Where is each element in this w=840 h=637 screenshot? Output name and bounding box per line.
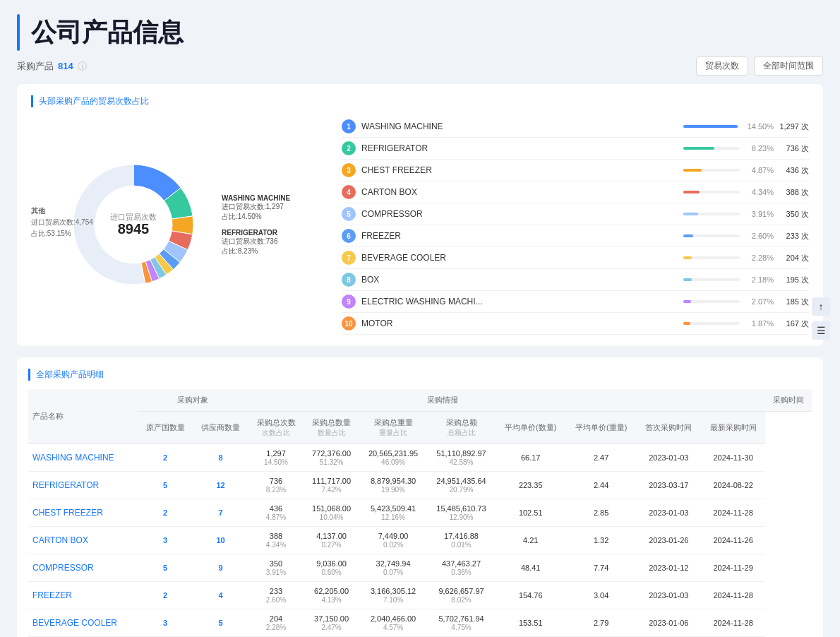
legend-pct: 4.34% [745,188,774,196]
cell-amount: 24,951,435.64 20.79% [427,472,495,499]
cell-amount: 17,416.88 0.01% [427,527,495,554]
cell-name[interactable]: BEVERAGE COOLER [28,609,138,637]
cell-weight: 32,749.94 0.07% [359,554,427,582]
legend-pct: 1.87% [745,319,774,328]
table-row: COMPRESSOR 5 9 350 3.91% 9,036.00 0.60% … [28,554,812,582]
cell-avg-qty: 66.17 [496,444,566,472]
table-body: WASHING MACHINE 2 8 1,297 14.50% 772,376… [28,444,812,638]
cell-qty: 4,137.00 0.27% [304,527,359,554]
side-scroll-area: ↑ ☰ [812,297,830,340]
cell-orders: 1,297 14.50% [248,444,304,472]
info-icon[interactable]: ⓘ [78,60,87,73]
main-page: 公司产品信息 采购产品 814 ⓘ 贸易次数 全部时间范围 头部采购产品的贸易次… [0,0,840,637]
legend-bar [683,213,740,215]
cell-first: 2023-01-12 [637,554,701,582]
cell-weight: 5,423,509.41 12.16% [359,499,427,527]
time-range-button[interactable]: 全部时间范围 [754,56,823,76]
th-avg-qty: 平均单价(数量) [496,412,566,444]
cell-last: 2024-11-28 [701,499,765,527]
cell-avg-weight: 2.85 [566,499,637,527]
th-supplier: 供应商数量 [193,412,248,444]
cell-weight: 20,565,231.95 46.09% [359,444,427,472]
cell-avg-weight: 7.74 [566,554,637,582]
legend-row: 2 REFRIGERATOR 8.23% 736 次 [342,138,809,160]
th-orders: 采购总次数 次数占比 [248,412,304,444]
legend-row: 4 CARTON BOX 4.34% 388 次 [342,181,809,203]
cell-name[interactable]: CHEST FREEZER [28,499,138,527]
cell-amount: 5,702,761.94 4.75% [427,609,495,637]
legend-count: 185 次 [774,297,809,307]
legend-row: 10 MOTOR 1.87% 167 次 [342,313,809,335]
legend-row: 8 BOX 2.18% 195 次 [342,269,809,291]
product-link[interactable]: CARTON BOX [32,535,88,545]
cell-qty: 111,717.00 7.42% [304,472,359,499]
legend-name: WASHING MACHINE [361,121,678,131]
donut-wrapper: 其他 进口贸易次数:4,754 占比:53.15% 进口贸易次数 8945 [31,147,215,304]
legend-row: 1 WASHING MACHINE 14.50% 1,297 次 [342,116,809,138]
cell-avg-weight: 2.79 [566,609,637,637]
product-link[interactable]: FREEZER [32,590,72,600]
cell-qty: 62,205.00 4.13% [304,582,359,609]
cell-name[interactable]: COMPRESSOR [28,554,138,582]
cell-name[interactable]: FREEZER [28,582,138,609]
cell-name[interactable]: REFRIGERATOR [28,472,138,499]
product-link[interactable]: BEVERAGE COOLER [32,618,117,628]
cell-origin: 5 [138,554,193,582]
scroll-down-icon[interactable]: ☰ [812,321,830,340]
table-row: FREEZER 2 4 233 2.60% 62,205.00 4.13% 3,… [28,582,812,609]
cell-avg-qty: 154.76 [496,582,566,609]
cell-avg-qty: 223.35 [496,472,566,499]
legend-row: 5 COMPRESSOR 3.91% 350 次 [342,203,809,225]
legend-bar [683,191,740,194]
cell-orders: 736 8.23% [248,472,304,499]
legend-rank: 5 [342,207,356,221]
legend-bar [683,125,740,128]
cell-weight: 3,166,305.12 7.10% [359,582,427,609]
scroll-up-icon[interactable]: ↑ [812,297,830,316]
legend-rank: 10 [342,316,356,331]
title-accent-bar [17,14,20,51]
product-link[interactable]: WASHING MACHINE [32,453,114,463]
cell-last: 2024-11-28 [701,582,765,609]
th-qty: 采购总数量 数量占比 [304,412,359,444]
table-row: BEVERAGE COOLER 3 5 204 2.28% 37,150.00 … [28,609,812,637]
cell-avg-qty: 48.41 [496,554,566,582]
product-link[interactable]: CHEST FREEZER [32,508,103,518]
legend-count: 736 次 [774,143,809,154]
callout-sub2-1: 占比:14.50% [222,212,335,222]
cell-supplier: 4 [193,582,248,609]
cell-amount: 15,485,610.73 12.90% [427,499,495,527]
legend-area: 1 WASHING MACHINE 14.50% 1,297 次 2 REFRI… [342,116,809,335]
callout-sub1-1: 进口贸易次数:1,297 [222,202,335,212]
legend-bar [683,278,740,281]
product-link[interactable]: REFRIGERATOR [32,480,99,490]
cell-weight: 2,040,466.00 4.57% [359,609,427,637]
trade-count-button[interactable]: 贸易次数 [696,56,748,76]
legend-rank: 4 [342,185,356,199]
legend-pct: 8.23% [745,144,774,153]
chart-section: 头部采购产品的贸易次数占比 其他 进口贸易次数:4,754 占比:53.15% … [17,84,823,346]
table-row: REFRIGERATOR 5 12 736 8.23% 111,717.00 7… [28,472,812,499]
cell-supplier: 10 [193,527,248,554]
header-controls: 贸易次数 全部时间范围 [696,56,823,76]
cell-last: 2024-08-22 [701,472,765,499]
legend-bar [683,256,740,259]
legend-rank: 9 [342,294,356,309]
chart-content: 其他 进口贸易次数:4,754 占比:53.15% 进口贸易次数 8945 WA… [31,116,809,335]
callout-refrigerator: REFRIGERATOR 进口贸易次数:736 占比:8.23% [222,229,335,256]
cell-avg-weight: 2.47 [566,444,637,472]
legend-name: BEVERAGE COOLER [361,253,678,263]
cell-supplier: 8 [193,444,248,472]
others-sub1: 进口贸易次数:4,754 [31,217,93,228]
cell-origin: 2 [138,444,193,472]
cell-name[interactable]: CARTON BOX [28,527,138,554]
product-link[interactable]: COMPRESSOR [32,563,94,573]
th-last: 最新采购时间 [701,412,765,444]
legend-row: 6 FREEZER 2.60% 233 次 [342,225,809,247]
cell-supplier: 5 [193,609,248,637]
callout-washing: WASHING MACHINE 进口贸易次数:1,297 占比:14.50% [222,194,335,222]
cell-name[interactable]: WASHING MACHINE [28,444,138,472]
legend-pct: 2.60% [745,232,774,240]
cell-avg-qty: 4.21 [496,527,566,554]
cell-amount: 437,463.27 0.36% [427,554,495,582]
